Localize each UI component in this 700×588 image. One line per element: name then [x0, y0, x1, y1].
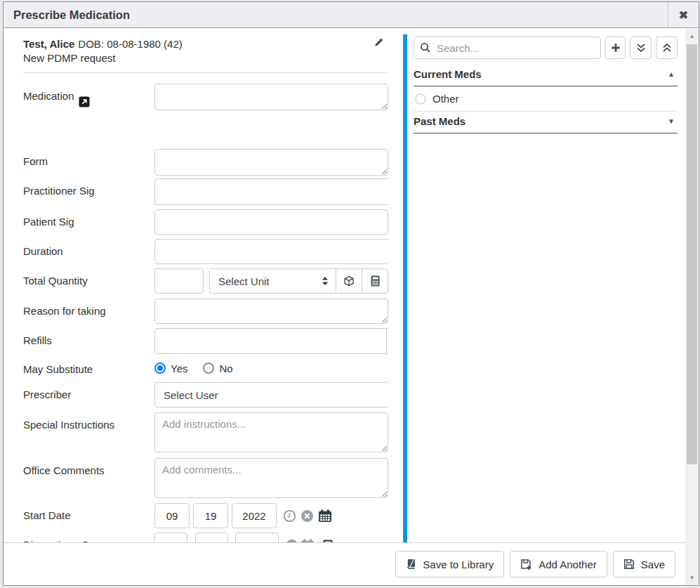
start-year-input[interactable]: [232, 503, 277, 528]
set-time-button[interactable]: [283, 509, 296, 523]
calculator-icon: [370, 275, 381, 287]
patient-name: Test, Alice: [23, 37, 74, 51]
x-circle-icon: [301, 509, 314, 523]
sort-arrows-icon: [322, 276, 329, 286]
save-icon: [623, 558, 635, 570]
refills-label: Refills: [23, 328, 154, 354]
panel-accent-bar: [403, 34, 407, 542]
special-instructions-label: Special Instructions: [23, 412, 154, 452]
office-comments-input[interactable]: [154, 458, 388, 498]
pencil-icon: [374, 37, 384, 48]
patient-sig-label: Patient Sig: [23, 209, 154, 235]
prescriber-select[interactable]: Select User: [154, 382, 388, 407]
caret-down-icon[interactable]: ▼: [668, 117, 675, 125]
reason-input[interactable]: [154, 299, 388, 324]
radio-unselected-icon: [203, 362, 214, 374]
pdmp-request-text: New PDMP request: [23, 51, 388, 65]
prescriber-label: Prescriber: [23, 382, 154, 407]
chevron-double-down-icon: [636, 43, 646, 53]
total-quantity-label: Total Quantity: [23, 268, 154, 294]
refills-0-button[interactable]: 0: [386, 328, 388, 354]
prescribe-medication-dialog: Prescribe Medication ✖ Test, Alice DOB: …: [3, 1, 699, 586]
quantity-input[interactable]: [154, 268, 204, 294]
vertical-scrollbar[interactable]: ▲ ▼: [685, 29, 699, 585]
edit-patient-button[interactable]: [374, 37, 384, 48]
other-med-option[interactable]: Other: [414, 86, 678, 112]
current-meds-section-header[interactable]: Current Meds ▲: [414, 68, 678, 86]
save-plus-icon: [520, 558, 532, 570]
scroll-up-arrow-icon[interactable]: ▲: [685, 30, 699, 42]
reason-label: Reason for taking: [23, 299, 154, 324]
book-icon: [406, 558, 416, 570]
may-substitute-label: May Substitute: [23, 362, 154, 375]
patient-sig-input[interactable]: [154, 209, 388, 235]
quantity-calculator-button[interactable]: [362, 268, 388, 294]
scroll-down-arrow-icon[interactable]: ▼: [685, 572, 699, 584]
patient-header: Test, Alice DOB: 08-08-1980 (42) New PDM…: [23, 29, 388, 73]
dialog-footer: Save to Library Add Another Save: [4, 542, 685, 585]
start-month-input[interactable]: [154, 503, 190, 528]
practitioner-sig-label: Practitioner Sig: [23, 178, 154, 205]
add-med-button[interactable]: [605, 37, 626, 59]
clock-icon: [283, 509, 296, 523]
office-comments-label: Office Comments: [23, 458, 154, 498]
duration-label: Duration: [23, 239, 154, 264]
calendar-icon: [318, 509, 332, 523]
form-input[interactable]: [154, 149, 388, 176]
chevron-double-up-icon: [662, 43, 672, 53]
save-to-library-button[interactable]: Save to Library: [395, 551, 504, 577]
form-label: Form: [23, 149, 154, 176]
clear-start-date-button[interactable]: [301, 509, 314, 523]
add-another-button[interactable]: Add Another: [510, 551, 607, 577]
close-button[interactable]: ✖: [668, 2, 699, 27]
external-link-icon[interactable]: [79, 96, 90, 107]
substitute-no-radio[interactable]: No: [203, 362, 232, 374]
patient-dob: DOB: 08-08-1980 (42): [78, 37, 182, 51]
plus-icon: [611, 43, 621, 53]
save-button[interactable]: Save: [613, 551, 675, 577]
past-meds-section-header[interactable]: Past Meds ▼: [414, 115, 678, 133]
radio-other-icon[interactable]: [415, 93, 426, 105]
caret-up-icon[interactable]: ▲: [668, 70, 675, 78]
medication-input[interactable]: [154, 84, 388, 110]
medication-label: Medication: [23, 84, 154, 110]
meds-panel: Current Meds ▲ Other Past Meds ▼: [414, 34, 678, 133]
special-instructions-input[interactable]: [154, 412, 388, 452]
collapse-all-button[interactable]: [656, 37, 678, 59]
unit-lookup-button[interactable]: [336, 268, 362, 294]
patient-divider: [23, 72, 388, 73]
unit-select[interactable]: Select Unit: [209, 268, 336, 294]
prescription-form: Test, Alice DOB: 08-08-1980 (42) New PDM…: [23, 29, 388, 544]
start-date-label: Start Date: [23, 503, 154, 528]
close-icon: ✖: [679, 8, 688, 22]
start-date-calendar-button[interactable]: [318, 509, 332, 523]
dialog-titlebar: Prescribe Medication ✖: [4, 2, 699, 28]
scrollbar-thumb[interactable]: [687, 44, 697, 464]
search-icon: [420, 42, 431, 53]
radio-selected-icon: [154, 362, 166, 374]
cube-icon: [343, 275, 355, 287]
dialog-title: Prescribe Medication: [4, 8, 130, 22]
meds-search-input[interactable]: [414, 37, 601, 59]
start-day-input[interactable]: [193, 503, 228, 528]
practitioner-sig-input[interactable]: [154, 178, 388, 205]
expand-all-button[interactable]: [630, 37, 652, 59]
duration-input[interactable]: [154, 239, 388, 264]
refills-input[interactable]: [154, 328, 387, 354]
substitute-yes-radio[interactable]: Yes: [154, 362, 187, 374]
